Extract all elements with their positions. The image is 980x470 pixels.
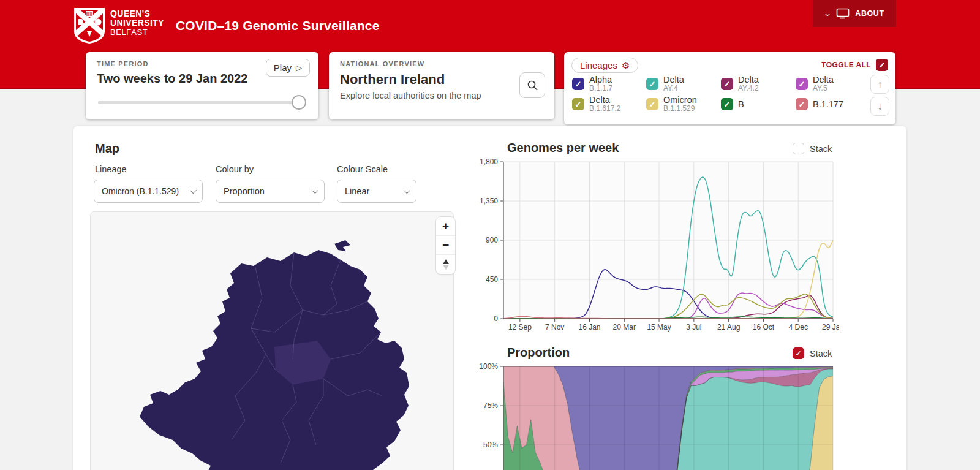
lineage-label: B.1.177 xyxy=(813,100,843,109)
logo-line-3: BELFAST xyxy=(110,28,164,37)
logo-line-1: QUEEN'S xyxy=(110,9,164,18)
lineage-checkbox[interactable]: ✓ xyxy=(796,98,808,110)
lineage-checkbox[interactable]: ✓ xyxy=(646,78,658,90)
plus-icon: + xyxy=(442,219,449,233)
zoom-reset-button[interactable] xyxy=(436,255,455,274)
svg-text:16 Oct: 16 Oct xyxy=(753,323,775,332)
lineage-label: DeltaB.1.617.2 xyxy=(589,96,620,113)
toggle-all-control: TOGGLE ALL ✓ xyxy=(821,59,888,71)
national-overview-value: Northern Ireland xyxy=(340,72,543,88)
svg-text:16 Jan: 16 Jan xyxy=(578,323,600,332)
svg-text:4 Dec: 4 Dec xyxy=(789,323,808,332)
page-title: COVID–19 Genomic Surveillance xyxy=(176,18,380,33)
about-button[interactable]: ABOUT xyxy=(855,9,884,18)
lineage-checkbox[interactable]: ✓ xyxy=(796,78,808,90)
lineage-item-delta-b16172[interactable]: ✓DeltaB.1.617.2 xyxy=(572,94,620,114)
national-overview-card: NATIONAL OVERVIEW Northern Ireland Explo… xyxy=(329,52,554,119)
scroll-down-button[interactable]: ↓ xyxy=(870,97,889,116)
search-icon xyxy=(527,80,538,91)
qub-logo xyxy=(72,7,107,45)
lineage-checkbox[interactable]: ✓ xyxy=(572,78,584,90)
svg-text:50%: 50% xyxy=(483,441,498,449)
map-region-landmass[interactable] xyxy=(140,250,409,470)
lineage-label: AlphaB.1.1.7 xyxy=(589,75,612,93)
lineage-label: OmicronB.1.1.529 xyxy=(663,96,697,113)
lineage-item-b1177[interactable]: ✓B.1.177 xyxy=(796,94,843,114)
proportion-chart[interactable]: 100%75%50%25%0%12 Sep7 Nov16 Jan20 Mar15… xyxy=(475,360,839,470)
choropleth-map[interactable]: + − xyxy=(90,211,454,470)
proportion-stack-label: Stack xyxy=(810,349,832,358)
map-colour-by-select-value: Proportion xyxy=(224,186,265,196)
search-button[interactable] xyxy=(519,72,545,98)
gear-icon: ⚙ xyxy=(622,61,630,70)
scroll-up-button[interactable]: ↑ xyxy=(870,75,889,94)
logo-line-2: UNIVERSITY xyxy=(110,18,164,28)
map-colour-scale-label: Colour Scale xyxy=(337,164,388,174)
map-zoom-controls: + − xyxy=(435,216,456,275)
lineage-item-b[interactable]: ✓B xyxy=(721,94,744,114)
lineage-label: DeltaAY.4 xyxy=(663,75,684,93)
chevron-down-icon xyxy=(312,187,318,194)
zoom-out-button[interactable]: − xyxy=(436,236,455,255)
chevron-down-icon: ⌄ xyxy=(823,9,832,18)
svg-text:29 Jan: 29 Jan xyxy=(822,323,839,332)
lineage-item-alpha-b117[interactable]: ✓AlphaB.1.1.7 xyxy=(572,74,612,94)
proportion-chart-title: Proportion xyxy=(507,346,570,360)
svg-text:450: 450 xyxy=(486,275,498,284)
svg-text:7 Nov: 7 Nov xyxy=(545,323,564,332)
svg-text:20 Mar: 20 Mar xyxy=(613,323,636,332)
svg-text:3 Jul: 3 Jul xyxy=(686,323,701,332)
national-overview-subtitle: Explore local authorities on the map xyxy=(340,91,543,100)
map-colour-by-select[interactable]: Proportion xyxy=(216,180,325,203)
zoom-in-button[interactable]: + xyxy=(436,217,455,236)
svg-text:900: 900 xyxy=(486,236,498,244)
svg-text:1,800: 1,800 xyxy=(480,157,498,166)
lineage-checkbox[interactable]: ✓ xyxy=(721,98,733,110)
lineage-scroll-controls: ↑ ↓ xyxy=(870,75,889,116)
northern-ireland-map[interactable] xyxy=(91,212,454,470)
play-button[interactable]: Play ▷ xyxy=(266,59,310,77)
play-icon: ▷ xyxy=(296,63,302,72)
lineage-item-omicron-b11529[interactable]: ✓OmicronB.1.1.529 xyxy=(646,94,697,114)
time-period-card: TIME PERIOD Play ▷ Two weeks to 29 Jan 2… xyxy=(86,52,318,119)
lineage-item-delta-ay5[interactable]: ✓DeltaAY.5 xyxy=(796,74,834,94)
map-section-title: Map xyxy=(95,142,119,156)
map-colour-scale-select-value: Linear xyxy=(345,186,369,196)
arrow-down-icon: ↓ xyxy=(878,101,883,112)
map-lineage-label: Lineage xyxy=(95,164,127,174)
arrow-up-icon: ↑ xyxy=(878,79,883,90)
time-slider-track[interactable] xyxy=(98,101,306,104)
reset-zoom-icon xyxy=(443,259,449,264)
lineage-checkbox[interactable]: ✓ xyxy=(572,98,584,110)
lineages-button-label: Lineages xyxy=(580,60,617,70)
genomes-stack-checkbox[interactable] xyxy=(793,143,804,154)
covid-genomics-dashboard: { "header": { "logo": { "line1": "QUEEN'… xyxy=(0,0,980,470)
lineage-checkbox[interactable]: ✓ xyxy=(721,78,733,90)
svg-text:100%: 100% xyxy=(479,362,498,371)
toggle-all-checkbox[interactable]: ✓ xyxy=(876,59,888,71)
svg-text:75%: 75% xyxy=(483,401,498,410)
monitor-icon xyxy=(836,8,850,19)
national-overview-label: NATIONAL OVERVIEW xyxy=(340,60,543,67)
proportion-stack-control: ✓ Stack xyxy=(793,347,832,359)
svg-text:21 Aug: 21 Aug xyxy=(717,323,740,332)
lineage-item-delta-ay4[interactable]: ✓DeltaAY.4 xyxy=(646,74,684,94)
time-slider[interactable] xyxy=(98,95,306,110)
play-button-label: Play xyxy=(274,63,292,73)
lineages-settings-button[interactable]: Lineages ⚙ xyxy=(571,58,638,73)
qub-logo-text: QUEEN'S UNIVERSITY BELFAST xyxy=(110,9,164,37)
lineages-card: Lineages ⚙ TOGGLE ALL ✓ ✓AlphaB.1.1.7 ✓D… xyxy=(564,52,895,124)
map-region-island[interactable] xyxy=(334,240,350,251)
lineage-item-delta-ay42[interactable]: ✓DeltaAY.4.2 xyxy=(721,74,759,94)
genomes-per-week-chart[interactable]: 04509001,3501,80012 Sep7 Nov16 Jan20 Mar… xyxy=(475,156,839,339)
map-colour-scale-select[interactable]: Linear xyxy=(337,180,417,203)
lineage-checkbox[interactable]: ✓ xyxy=(646,98,658,110)
proportion-stack-checkbox[interactable]: ✓ xyxy=(793,347,804,359)
svg-text:0: 0 xyxy=(494,314,498,323)
chevron-down-icon xyxy=(404,187,410,194)
genomes-chart-title: Genomes per week xyxy=(507,141,619,155)
about-menu[interactable]: ⌄ ABOUT xyxy=(813,0,896,27)
map-lineage-select[interactable]: Omicron (B.1.1.529) xyxy=(94,180,203,203)
lineage-label: DeltaAY.5 xyxy=(813,75,834,93)
time-slider-thumb[interactable] xyxy=(292,95,306,110)
